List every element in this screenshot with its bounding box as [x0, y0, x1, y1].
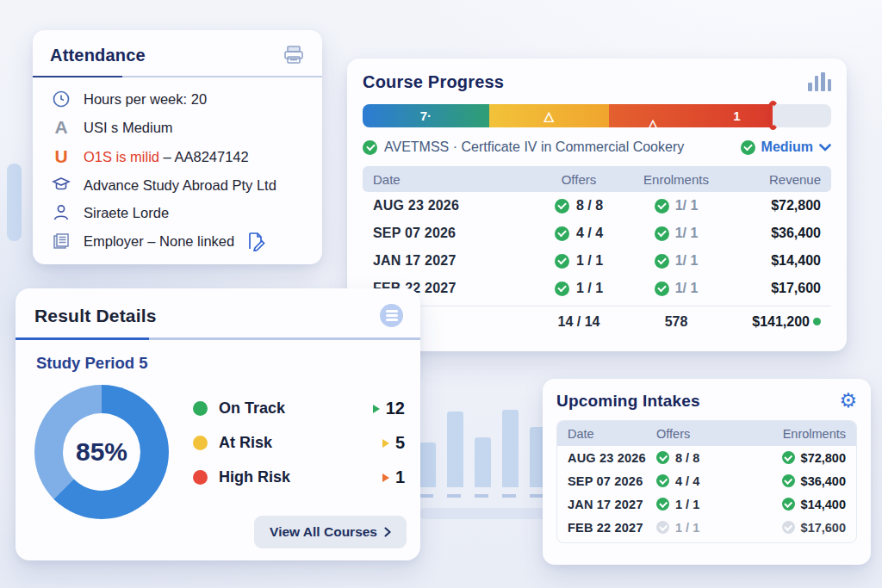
- total-enrolments: 578: [631, 314, 721, 330]
- course-table-footer: 14 / 14 578 $141,200: [363, 306, 831, 337]
- bar-chart-icon: [808, 72, 831, 91]
- col-date: Date: [568, 427, 656, 441]
- upcoming-intakes-card: Upcoming Intakes ⚙ Date Offers Enrolment…: [543, 379, 871, 565]
- check-icon-gray: [656, 521, 669, 534]
- check-icon: [782, 474, 795, 487]
- attendance-item-ois: U O1S is milid – AA8247142: [45, 142, 310, 171]
- row-date: AUG 23 2026: [373, 198, 526, 214]
- legend-label: At Risk: [219, 434, 365, 452]
- alert-count: 1: [733, 108, 740, 123]
- attendance-provider-text: Advance Study Abroad Pty Ltd: [84, 177, 305, 194]
- row-enrolments: 1/ 1: [631, 226, 721, 241]
- check-icon: [741, 140, 755, 155]
- view-all-courses-button[interactable]: View All Courses: [254, 516, 407, 548]
- attendance-hours-text: Hours per week: 20: [84, 91, 305, 108]
- yellow-triangle-icon: [382, 439, 389, 448]
- letter-u-icon: U: [50, 146, 72, 167]
- check-icon: [555, 226, 569, 241]
- check-icon-gray: [782, 521, 795, 534]
- green-dot-icon: [193, 401, 208, 416]
- row-date: SEP 07 2026: [373, 226, 526, 241]
- upcoming-table: Date Offers Enrolments AUG 23 2026 8 / 8…: [556, 420, 857, 543]
- row-amount: $72,800: [744, 451, 846, 465]
- check-icon: [655, 226, 669, 241]
- course-table: Date Offers Enrolments Revenue AUG 23 20…: [363, 166, 831, 337]
- warning-triangle-icon: △: [543, 108, 554, 124]
- col-enrolments: Enrolments: [744, 427, 846, 441]
- col-date: Date: [373, 172, 526, 187]
- total-offers: 14 / 14: [526, 314, 631, 330]
- check-icon: [655, 199, 669, 214]
- check-icon: [782, 498, 795, 511]
- decor-left-pill: [7, 164, 22, 241]
- donut-percent: 85%: [76, 437, 127, 467]
- table-row[interactable]: AUG 23 2026 8 / 8 1/ 1 $72,800: [363, 192, 831, 220]
- legend-item-at-risk: At Risk 5: [193, 426, 405, 461]
- chevron-down-icon: [819, 144, 831, 152]
- background-bar-chart: [419, 384, 557, 513]
- course-name-row: AVETMSS · Certficate IV in Commercial Co…: [363, 139, 684, 155]
- row-offers: 4 / 4: [526, 226, 631, 241]
- row-offers: 1 / 1: [526, 281, 631, 296]
- check-icon: [656, 474, 669, 487]
- table-row[interactable]: SEP 07 2026 4 / 4 $36,400: [557, 469, 856, 492]
- result-details-title: Result Details: [34, 306, 157, 326]
- row-date: AUG 23 2026: [568, 451, 656, 465]
- table-row[interactable]: FEB 22 2027 1 / 1 1/ 1 $17,600: [363, 275, 831, 302]
- check-icon: [555, 199, 569, 214]
- attendance-item-hours: Hours per week: 20: [45, 85, 310, 113]
- row-offers: 1 / 1: [656, 498, 744, 511]
- row-amount: $36,400: [744, 474, 846, 488]
- row-revenue: $17,600: [721, 281, 821, 296]
- row-revenue: $36,400: [721, 226, 821, 241]
- gear-icon: ⚙: [839, 389, 857, 412]
- edit-employer-button[interactable]: [245, 231, 266, 251]
- row-offers: 4 / 4: [656, 474, 744, 488]
- table-row[interactable]: SEP 07 2026 4 / 4 1/ 1 $36,400: [363, 220, 831, 247]
- school-icon: [50, 176, 72, 195]
- clock-icon: [50, 90, 72, 108]
- row-amount: $17,600: [744, 521, 846, 535]
- legend-item-high-risk: High Risk 1: [193, 461, 405, 495]
- row-revenue: $72,800: [721, 198, 821, 214]
- attendance-item-usi: A USI s Medium: [45, 113, 310, 142]
- upcoming-table-header: Date Offers Enrolments: [557, 421, 856, 446]
- table-row[interactable]: AUG 23 2026 8 / 8 $72,800: [557, 446, 856, 469]
- row-offers: 8 / 8: [526, 198, 631, 214]
- legend-value: 12: [365, 399, 405, 418]
- chart-button[interactable]: [808, 72, 831, 91]
- col-offers: Offers: [526, 172, 631, 187]
- print-button[interactable]: [283, 45, 305, 65]
- row-offers: 1 / 1: [526, 253, 631, 269]
- attendance-usi-text: USI s Medium: [84, 120, 305, 136]
- check-icon: [363, 140, 377, 155]
- attendance-title: Attendance: [50, 46, 146, 65]
- background-bars: [419, 384, 557, 487]
- legend-label: On Track: [219, 399, 365, 418]
- table-row[interactable]: FEB 22 2027 1 / 1 $17,600: [557, 516, 856, 539]
- progress-segment-alert: △ 1: [609, 104, 773, 127]
- level-label: Medium: [761, 139, 813, 155]
- check-icon: [555, 282, 569, 296]
- settings-button[interactable]: ⚙: [839, 391, 857, 411]
- green-triangle-icon: [373, 405, 380, 413]
- table-row[interactable]: JAN 17 2027 1 / 1 $14,400: [557, 492, 856, 516]
- filter-button[interactable]: [380, 304, 403, 327]
- attendance-ois-text: O1S is milid – AA8247142: [84, 149, 305, 165]
- donut-chart: 85%: [34, 385, 169, 519]
- table-row[interactable]: JAN 17 2027 1 / 1 1/ 1 $14,400: [363, 247, 831, 275]
- documents-icon: [50, 232, 72, 251]
- yellow-dot-icon: [193, 436, 208, 450]
- orange-triangle-icon: [382, 473, 389, 482]
- course-progress-title: Course Progress: [363, 72, 504, 92]
- printer-icon: [283, 45, 305, 65]
- col-revenue: Revenue: [721, 172, 821, 187]
- legend-label: High Risk: [219, 468, 365, 486]
- level-select[interactable]: Medium: [741, 139, 831, 155]
- segment-glyph: 7·: [420, 108, 432, 123]
- result-details-card: Result Details Study Period 5 85% On Tra…: [16, 288, 420, 560]
- attendance-card: Attendance Hours per week: 20 A: [33, 30, 322, 264]
- attendance-item-employer: Employer – None linked: [45, 226, 310, 256]
- legend-value: 1: [365, 467, 405, 487]
- ois-id-text: – AA8247142: [159, 149, 249, 164]
